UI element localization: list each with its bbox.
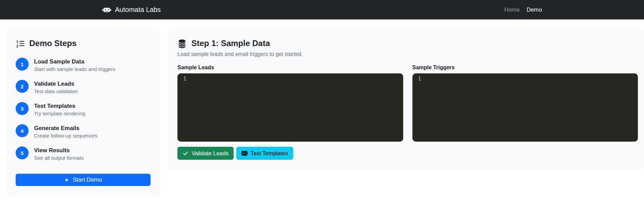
step1-title: Step 1: Sample Data: [191, 39, 270, 48]
sample-triggers-column: Sample Triggers 1: [412, 65, 638, 142]
step-desc: Test data validation: [34, 88, 78, 95]
editors-row: Sample Leads 1 Sample Triggers 1: [177, 65, 638, 142]
step-title: Validate Leads: [34, 80, 78, 87]
sample-leads-editor[interactable]: 1: [177, 73, 403, 142]
demo-steps-card: 1 2 Demo Steps 1 Load Sample Data Start …: [6, 29, 160, 196]
buttons-row: Validate Leads Test Templates: [177, 147, 638, 160]
step-item-5: 5 View Results See all output formats: [16, 146, 151, 161]
sample-leads-label: Sample Leads: [177, 65, 403, 71]
content-area: 1 2 Demo Steps 1 Load Sample Data Start …: [0, 19, 644, 196]
robot-icon: [102, 5, 111, 14]
play-icon: [64, 177, 69, 183]
navbar: Automata Labs Home Demo: [0, 0, 644, 19]
step-badge-4: 4: [16, 124, 29, 137]
check-icon: [183, 150, 189, 156]
step-badge-3: 3: [16, 102, 29, 115]
sample-triggers-editor[interactable]: 1: [412, 73, 638, 142]
demo-steps-title: Demo Steps: [29, 39, 77, 48]
validate-leads-label: Validate Leads: [192, 150, 229, 157]
demo-steps-header: 1 2 Demo Steps: [16, 39, 151, 48]
step-item-3: 3 Test Templates Try template rendering: [16, 102, 151, 117]
step-badge-5: 5: [16, 146, 29, 159]
step-item-4: 4 Generate Emails Create follow-up seque…: [16, 124, 151, 139]
navbar-container: Automata Labs Home Demo: [97, 4, 547, 16]
test-templates-button[interactable]: Test Templates: [236, 147, 293, 160]
sample-triggers-label: Sample Triggers: [412, 65, 638, 71]
step-badge-1: 1: [16, 58, 29, 71]
step-title: Generate Emails: [34, 124, 97, 132]
step-title: View Results: [34, 146, 84, 154]
step-item-1: 1 Load Sample Data Start with sample lea…: [16, 58, 151, 72]
sample-leads-column: Sample Leads 1: [177, 65, 403, 142]
step-desc: See all output formats: [34, 155, 84, 161]
list-ol-icon: 1 2: [16, 39, 25, 48]
brand[interactable]: Automata Labs: [102, 5, 161, 14]
step-item-2: 2 Validate Leads Test data validation: [16, 80, 151, 95]
database-icon: [177, 39, 187, 48]
test-templates-label: Test Templates: [251, 150, 288, 157]
step1-card: Step 1: Sample Data Load sample leads an…: [168, 29, 644, 170]
svg-text:2: 2: [16, 44, 18, 48]
step1-header: Step 1: Sample Data: [177, 39, 638, 48]
start-demo-button[interactable]: Start Demo: [16, 174, 151, 186]
step-title: Test Templates: [34, 102, 85, 110]
brand-label: Automata Labs: [115, 6, 161, 14]
editor-line-number: 1: [418, 76, 421, 82]
editor-line-number: 1: [183, 76, 186, 82]
start-demo-label: Start Demo: [73, 176, 102, 183]
step-title: Load Sample Data: [34, 58, 115, 65]
step-desc: Start with sample leads and triggers: [34, 66, 115, 72]
step-desc: Create follow-up sequences: [34, 132, 97, 139]
nav-link-demo[interactable]: Demo: [523, 4, 542, 16]
envelope-icon: [241, 150, 248, 156]
nav-links: Home Demo: [501, 4, 542, 16]
svg-text:1: 1: [16, 39, 18, 43]
step-badge-2: 2: [16, 80, 29, 93]
step-desc: Try template rendering: [34, 110, 85, 117]
nav-link-home[interactable]: Home: [501, 4, 523, 16]
step1-subtitle: Load sample leads and email triggers to …: [177, 51, 638, 57]
validate-leads-button[interactable]: Validate Leads: [177, 147, 234, 160]
